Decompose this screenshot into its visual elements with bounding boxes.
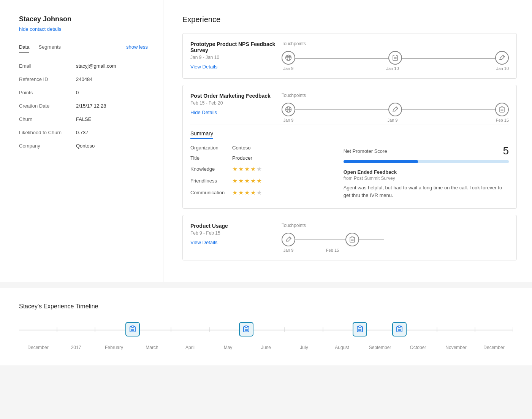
card-1-tp-node-3: [495, 51, 509, 65]
summary-section: Summary Organization Contoso Title Produ…: [190, 124, 509, 201]
tick-jun: [285, 327, 285, 332]
data-row-refid: Reference ID 240484: [19, 73, 148, 86]
globe-icon-2: [282, 103, 295, 116]
data-row-creation: Creation Date 2/15/17 12:28: [19, 99, 148, 113]
card-2-right: Touchpoints: [282, 93, 509, 122]
data-row-churn: Churn FALSE: [19, 113, 148, 126]
experience-title: Experience: [182, 15, 517, 24]
right-panel: Experience Prototype Product NPS Feedbac…: [163, 0, 532, 282]
c-star-2: ★: [238, 189, 244, 196]
tick-mar: [171, 327, 171, 332]
summary-communication-row: Communication ★ ★ ★ ★ ★: [190, 189, 328, 196]
c-star-4: ★: [250, 189, 256, 196]
knowledge-label: Knowledge: [190, 166, 232, 172]
svg-rect-27: [131, 326, 134, 327]
star-5: ★: [256, 165, 262, 173]
creation-label: Creation Date: [19, 103, 76, 109]
clipboard-icon-2: [495, 103, 509, 116]
card-2-date: Feb 15 - Feb 20: [190, 100, 282, 106]
nps-bar-fill: [344, 160, 418, 163]
summary-org-row: Organization Contoso: [190, 145, 328, 151]
nps-header: Net Promoter Score 5: [344, 145, 509, 157]
card-2-tp-row: [282, 103, 509, 116]
label-february: February: [95, 345, 133, 350]
email-label: Email: [19, 63, 76, 69]
timeline-event-aug[interactable]: [353, 322, 367, 336]
nps-score: 5: [503, 145, 509, 157]
star-4: ★: [250, 165, 256, 173]
f-star-5: ★: [256, 177, 262, 184]
email-value: stacyj@gmail.com: [76, 63, 116, 69]
pencil-icon-1: [495, 51, 509, 65]
card-1-date-3: Jan 10: [490, 66, 509, 71]
timeline-event-sep[interactable]: [392, 322, 407, 336]
summary-right: Net Promoter Score 5 Open Ended Feedback…: [344, 145, 509, 201]
tick-dec: [57, 327, 57, 332]
show-less-link[interactable]: show less: [126, 44, 148, 50]
card-2-date-1: Jan 9: [282, 118, 295, 122]
f-star-1: ★: [232, 177, 238, 184]
churn-value: FALSE: [76, 116, 91, 122]
left-panel: Stacey Johnson hide contact details Data…: [0, 0, 163, 282]
tick-oct: [437, 327, 437, 332]
pencil-icon-2: [388, 103, 402, 116]
card-2-action-link[interactable]: Hide Details: [190, 110, 217, 115]
svg-rect-31: [245, 326, 247, 327]
card-3-action-link[interactable]: View Details: [190, 240, 217, 245]
title-label: Title: [190, 155, 232, 161]
card-2-touchpoints-label: Touchpoints: [282, 93, 509, 98]
label-march: March: [133, 345, 171, 350]
experience-card-3: Product Usage Feb 9 - Feb 15 View Detail…: [182, 215, 517, 260]
label-october: October: [399, 345, 437, 350]
card-3-tp-node-2: [345, 233, 359, 246]
open-ended-title: Open Ended Feedback: [344, 169, 509, 175]
experience-card-2: Post Order Marketing Feedback Feb 15 - F…: [182, 85, 517, 209]
star-3: ★: [244, 165, 250, 173]
label-2017: 2017: [57, 345, 95, 350]
globe-icon-1: [282, 51, 295, 65]
card-2-tp-node-2: [388, 103, 402, 116]
card-3-tp-nodes: [282, 233, 509, 246]
card-3-right: Touchpoints: [282, 223, 509, 252]
open-ended-source: from Post Summit Survey: [344, 176, 509, 181]
card-1-title: Prototype Product NPS Feedback Survey: [190, 41, 282, 53]
card-1-tp-nodes: [282, 51, 509, 65]
c-star-5: ★: [256, 189, 262, 196]
nps-bar-container: [344, 160, 509, 163]
timeline-base-line: [19, 330, 513, 330]
data-row-likelihood: Likelihood to Churn 0.737: [19, 126, 148, 139]
nps-label: Net Promoter Score: [344, 148, 387, 154]
timeline-event-may[interactable]: [239, 322, 253, 336]
tabs-row: Data Segments show less: [19, 41, 148, 53]
nps-section: Net Promoter Score 5: [344, 145, 509, 163]
pencil-icon-3: [282, 233, 295, 246]
tab-segments[interactable]: Segments: [38, 41, 61, 53]
communication-label: Communication: [190, 190, 232, 195]
summary-friendliness-row: Friendliness ★ ★ ★ ★ ★: [190, 177, 328, 184]
communication-stars: ★ ★ ★ ★ ★: [232, 189, 262, 196]
card-3-header: Product Usage Feb 9 - Feb 15 View Detail…: [190, 223, 509, 252]
timeline-event-feb[interactable]: [125, 322, 140, 336]
card-2-date-2: Jan 9: [386, 118, 399, 122]
card-2-tp-nodes: [282, 103, 509, 116]
card-1-action-link[interactable]: View Details: [190, 64, 217, 70]
card-3-dates-row: Jan 9 Feb 15: [282, 248, 509, 252]
knowledge-stars: ★ ★ ★ ★ ★: [232, 165, 262, 173]
friendliness-label: Friendliness: [190, 178, 232, 184]
likelihood-value: 0.737: [76, 130, 89, 135]
card-3-left: Product Usage Feb 9 - Feb 15 View Detail…: [190, 223, 282, 245]
friendliness-stars: ★ ★ ★ ★ ★: [232, 177, 262, 184]
likelihood-label: Likelihood to Churn: [19, 130, 76, 135]
tick-dec2: [513, 327, 513, 332]
data-row-company: Company Qontoso: [19, 139, 148, 152]
tab-data[interactable]: Data: [19, 41, 29, 53]
refid-value: 240484: [76, 76, 92, 82]
card-1-date-1: Jan 9: [282, 66, 295, 71]
hide-contact-link[interactable]: hide contact details: [19, 26, 61, 32]
card-1-left: Prototype Product NPS Feedback Survey Ja…: [190, 41, 282, 70]
tick-nov: [475, 327, 475, 332]
org-label: Organization: [190, 145, 232, 151]
star-1: ★: [232, 165, 238, 173]
label-september: September: [361, 345, 399, 350]
card-3-date: Feb 9 - Feb 15: [190, 230, 282, 236]
